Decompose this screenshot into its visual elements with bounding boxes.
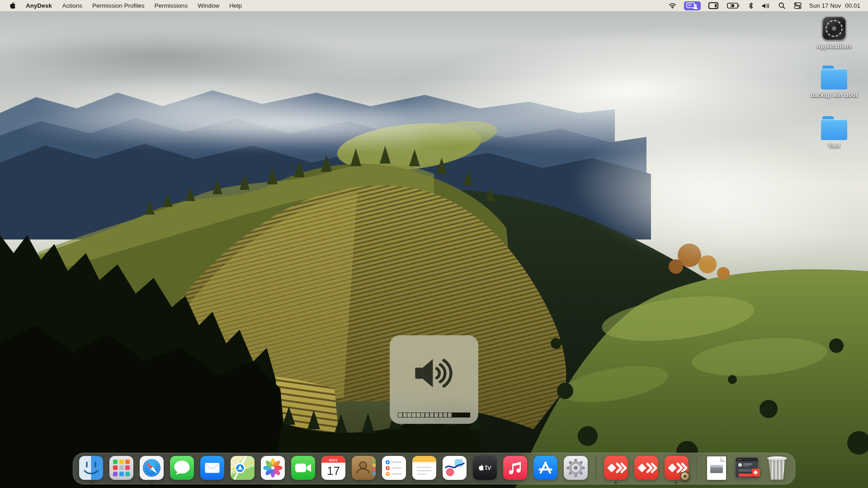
text-line <box>743 464 752 465</box>
text-line <box>743 465 750 466</box>
dock-freeform-icon[interactable] <box>443 456 467 480</box>
volume-level-bar <box>398 413 470 418</box>
volume-hud <box>390 335 478 424</box>
folder-icon <box>821 69 847 89</box>
menu-bar: AnyDesk Actions Permission Profiles Perm… <box>0 0 868 11</box>
dock-reminders-icon[interactable] <box>382 456 406 480</box>
calendar-month: NOV <box>329 458 338 462</box>
wifi-glyph <box>669 3 676 9</box>
dock-anydesk-1-icon[interactable] <box>604 456 628 480</box>
dock-calendar-icon[interactable]: NOV 17 <box>321 456 345 480</box>
dock-messages-icon[interactable] <box>170 456 194 480</box>
applications-folder-icon <box>822 16 846 41</box>
trash-body <box>768 459 786 480</box>
trash-rim <box>767 456 787 460</box>
dock-anydesk-2-icon[interactable] <box>634 456 658 480</box>
dock-mail-icon[interactable] <box>200 456 224 480</box>
status-time: 00.01 <box>845 2 860 9</box>
window-titlebar <box>736 458 758 461</box>
dock-facetime-icon[interactable] <box>291 456 315 480</box>
menu-permissions[interactable]: Permissions <box>150 2 193 9</box>
volume-icon[interactable] <box>759 0 773 11</box>
dock-maps-icon[interactable] <box>231 456 255 480</box>
apple-tv-label: tv <box>485 463 491 472</box>
dock-apple-tv-icon[interactable]: tv <box>473 456 497 480</box>
battery-glyph <box>727 3 740 9</box>
menu-permission-profiles[interactable]: Permission Profiles <box>87 2 150 9</box>
dock: NOV 17 <box>73 453 795 484</box>
menu-bar-status: Sun 17 Nov 00.01 <box>666 0 868 11</box>
running-indicator <box>151 482 153 483</box>
bluetooth-icon[interactable] <box>746 0 756 11</box>
compass-badge <box>680 471 690 481</box>
macos-desktop: AnyDesk Actions Permission Profiles Perm… <box>0 0 868 488</box>
dock-divider <box>595 456 596 479</box>
speaker-icon <box>410 353 458 393</box>
dock-anydesk-3-icon[interactable] <box>665 456 689 480</box>
dock-contacts-icon[interactable] <box>352 456 376 480</box>
control-center-icon[interactable] <box>791 0 804 11</box>
menu-window[interactable]: Window <box>193 2 224 9</box>
dock-system-settings-icon[interactable] <box>564 456 588 480</box>
volume-segment <box>465 413 471 418</box>
apple-icon <box>9 2 16 9</box>
dock-trash-icon[interactable] <box>765 456 789 480</box>
desktop-icon-backup-win-boot[interactable]: backup win Boot <box>805 66 863 99</box>
wifi-icon[interactable] <box>666 0 679 11</box>
folder-icon <box>821 119 847 140</box>
desktop-icon-tool[interactable]: Tool <box>805 117 863 149</box>
display-icon[interactable] <box>706 0 721 11</box>
desktop-icon-label: backup win Boot <box>811 92 858 99</box>
desktop-icon-label: Applications <box>816 43 852 50</box>
dock-notes-icon[interactable] <box>412 456 436 480</box>
dock-photos-icon[interactable] <box>261 456 285 480</box>
status-date: Sun 17 Nov <box>809 2 841 9</box>
menu-bar-left: AnyDesk Actions Permission Profiles Perm… <box>0 2 247 9</box>
menu-bar-clock[interactable]: Sun 17 Nov 00.01 <box>807 2 860 9</box>
session-field <box>738 469 753 472</box>
avatar <box>738 463 742 467</box>
dock-finder-icon[interactable] <box>79 456 103 480</box>
dock-minimized-anydesk-window[interactable] <box>735 456 759 480</box>
screen-sharing-glyph <box>686 2 698 9</box>
close-dot <box>737 459 739 460</box>
apple-glyph <box>478 464 484 471</box>
anydesk-badge-icon <box>752 469 760 477</box>
dock-launchpad-icon[interactable] <box>109 456 133 480</box>
page-fold <box>720 456 726 462</box>
spotlight-icon[interactable] <box>776 0 788 11</box>
volume-glyph <box>762 3 770 9</box>
dock-divider <box>696 456 697 479</box>
running-indicator <box>675 482 677 483</box>
hard-drive-glyph <box>710 465 723 473</box>
bluetooth-glyph <box>749 2 753 9</box>
calendar-day: 17 <box>327 464 340 478</box>
battery-charging-icon[interactable] <box>724 0 743 11</box>
running-indicator <box>615 482 617 483</box>
running-indicator <box>90 482 92 483</box>
dock-app-store-icon[interactable] <box>533 456 557 480</box>
minimize-dot <box>740 459 741 460</box>
desktop-icon-applications[interactable]: Applications <box>805 16 863 50</box>
screen-sharing-active-icon[interactable] <box>684 1 701 10</box>
display-glyph <box>708 2 718 9</box>
dock-safari-icon[interactable] <box>140 456 164 480</box>
desktop-icon-label: Tool <box>828 142 840 149</box>
menu-app-name[interactable]: AnyDesk <box>20 2 57 9</box>
dock-music-icon[interactable] <box>503 456 527 480</box>
connect-button <box>738 474 753 477</box>
apple-menu[interactable] <box>0 2 20 9</box>
menu-help[interactable]: Help <box>224 2 247 9</box>
dock-disk-image-document-icon[interactable] <box>704 456 728 480</box>
spotlight-glyph <box>778 2 785 9</box>
menu-actions[interactable]: Actions <box>57 2 87 9</box>
control-center-glyph <box>794 2 802 9</box>
